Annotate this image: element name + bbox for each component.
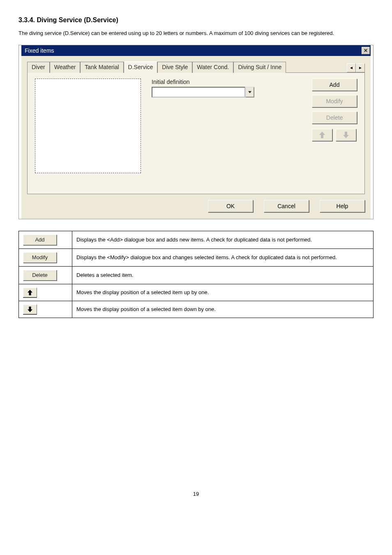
delete-button[interactable]: Delete bbox=[312, 111, 357, 124]
table-row: Delete Deletes a selected item. bbox=[19, 266, 374, 284]
tab-diver[interactable]: Diver bbox=[27, 62, 50, 73]
initial-definition-label: Initial definition bbox=[152, 79, 301, 85]
page-number: 19 bbox=[18, 491, 374, 497]
initial-definition-field[interactable] bbox=[152, 87, 245, 98]
cell-add-button: Add bbox=[19, 231, 72, 248]
tab-diving-suit[interactable]: Diving Suit / Inne bbox=[233, 62, 286, 73]
modify-button[interactable]: Modify bbox=[312, 95, 357, 107]
tab-weather[interactable]: Weather bbox=[50, 62, 81, 73]
cell-delete-button: Delete bbox=[19, 266, 72, 284]
tab-scroll-right-icon[interactable]: ► bbox=[356, 63, 365, 72]
mini-add-button: Add bbox=[23, 235, 57, 245]
section-intro: The diving service (D.Service) can be en… bbox=[18, 30, 374, 37]
cell-modify-desc: Displays the <Modify> dialogue box and c… bbox=[72, 248, 374, 266]
section-title: 3.3.4. Diving Service (D.Service) bbox=[18, 16, 374, 24]
dialog-title-bar: Fixed items ✕ bbox=[21, 45, 371, 56]
add-button[interactable]: Add bbox=[312, 79, 357, 91]
tab-scroll-left-icon[interactable]: ◄ bbox=[347, 63, 356, 72]
initial-definition-combo[interactable] bbox=[152, 87, 254, 98]
svg-marker-3 bbox=[28, 290, 32, 295]
cell-up-button bbox=[19, 284, 72, 301]
table-row: Moves the display position of a selected… bbox=[19, 301, 374, 318]
tab-row: Diver Weather Tank Material D.Service Di… bbox=[27, 61, 365, 73]
items-listbox[interactable] bbox=[35, 79, 141, 173]
mini-up-icon bbox=[23, 288, 37, 297]
cancel-button[interactable]: Cancel bbox=[264, 200, 309, 212]
dialog-button-row: OK Cancel Help bbox=[27, 200, 365, 212]
help-button[interactable]: Help bbox=[320, 200, 365, 212]
cell-down-button bbox=[19, 301, 72, 318]
move-up-button[interactable] bbox=[312, 129, 332, 141]
mini-modify-button: Modify bbox=[23, 252, 57, 263]
cell-down-desc: Moves the display position of a selected… bbox=[72, 301, 374, 318]
tab-dive-style[interactable]: Dive Style bbox=[157, 62, 192, 73]
tab-water-cond[interactable]: Water Cond. bbox=[192, 62, 233, 73]
svg-marker-1 bbox=[319, 132, 325, 138]
table-row: Moves the display position of a selected… bbox=[19, 284, 374, 301]
cell-modify-button: Modify bbox=[19, 248, 72, 266]
table-row: Add Displays the <Add> dialogue box and … bbox=[19, 231, 374, 248]
cell-add-desc: Displays the <Add> dialogue box and adds… bbox=[72, 231, 374, 248]
cell-delete-desc: Deletes a selected item. bbox=[72, 266, 374, 284]
table-row: Modify Displays the <Modify> dialogue bo… bbox=[19, 248, 374, 266]
tab-tank-material[interactable]: Tank Material bbox=[80, 62, 123, 73]
dialog-screenshot: Fixed items ✕ Diver Weather Tank Materia… bbox=[18, 45, 374, 219]
svg-marker-4 bbox=[28, 307, 32, 312]
svg-marker-0 bbox=[248, 91, 251, 93]
mini-down-icon bbox=[23, 304, 37, 314]
dropdown-icon[interactable] bbox=[245, 87, 254, 98]
mini-delete-button: Delete bbox=[23, 270, 57, 281]
move-down-button[interactable] bbox=[336, 129, 356, 141]
svg-marker-2 bbox=[343, 132, 349, 138]
close-icon[interactable]: ✕ bbox=[362, 47, 370, 54]
dialog-client-area: Diver Weather Tank Material D.Service Di… bbox=[21, 56, 371, 219]
dialog-title: Fixed items bbox=[25, 47, 362, 54]
description-table: Add Displays the <Add> dialogue box and … bbox=[18, 231, 374, 318]
tab-content: Initial definition Add Modify Delete bbox=[27, 73, 365, 194]
cell-up-desc: Moves the display position of a selected… bbox=[72, 284, 374, 301]
tab-d-service[interactable]: D.Service bbox=[124, 61, 158, 73]
ok-button[interactable]: OK bbox=[208, 200, 253, 212]
